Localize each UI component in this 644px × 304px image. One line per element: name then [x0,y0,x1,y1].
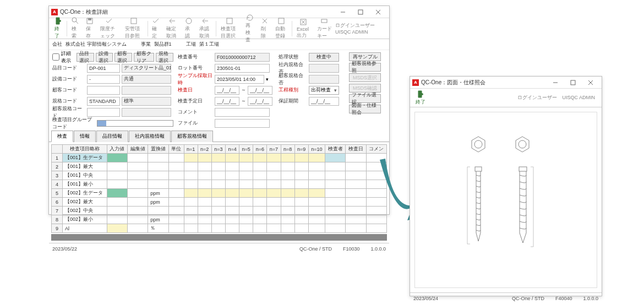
inspect-date-to[interactable]: __/__/__ [248,86,272,95]
tab-inspect[interactable]: 検査 [51,131,73,142]
status-badge: 検査中 [309,53,339,62]
itemsel-button[interactable]: 検査項目選択 [217,16,242,41]
plan-date-from[interactable]: __/__/__ [215,97,239,106]
comment-input[interactable] [215,108,270,117]
svg-rect-14 [519,167,527,171]
device-code-input[interactable]: - [87,75,120,84]
custspec-input[interactable] [87,108,120,117]
tab-info[interactable]: 情報 [74,131,96,142]
reinspect-button[interactable]: 再検査 [242,13,258,45]
lot-no-input[interactable]: 230501-01 [215,64,270,73]
sub-exit-button[interactable]: 終了 [412,89,429,107]
spec-code-input[interactable]: STANDARD [87,97,120,106]
device-select-button[interactable]: 設備選択 [96,53,113,62]
tab-iteminfo[interactable]: 品目情報 [96,131,128,142]
grid-header: 検査者 [325,145,346,154]
sub-minimize-button[interactable] [547,77,564,88]
grid-header: n=9 [294,145,308,154]
table-row[interactable]: 3【001】中央 [52,171,387,180]
grid-area: 検査項目略称入力値編集値置換値単位n=1n=2n=3n=4n=5n=6n=7n=… [49,142,389,243]
sub-titlebar: A QC-One：図面・仕様照会 [410,77,602,89]
table-row[interactable]: 1【001】生データ [52,154,387,162]
toolbar: 終了 検索 保存 限度チェック 安管項目参照 確定 確定取消 承認 承認取消 検… [49,18,389,39]
store-button[interactable]: 保存 [83,16,97,41]
grid-header [52,145,63,154]
drawing-ref-button[interactable]: 図面・仕様照会 [349,105,381,113]
grid-header: n=6 [253,145,267,154]
grid-header: n=2 [198,145,211,154]
svg-point-1 [72,18,77,22]
table-row[interactable]: 9Al％ [52,224,387,233]
sub-maximize-button[interactable] [564,77,582,88]
table-row[interactable]: 4【001】最小 [52,180,387,189]
customer-clear-button[interactable]: 顧客クリア [134,53,154,62]
delete-button[interactable]: 削除 [258,16,272,41]
detail-toggle[interactable] [52,53,59,61]
undo2-button[interactable]: 承認取消 [196,16,215,41]
svg-rect-8 [571,80,575,85]
warranty-input[interactable]: __/__/__ [309,97,339,106]
spec-select-button[interactable]: 規格選択 [156,53,173,62]
item-select-button[interactable]: 品目選択 [77,53,94,62]
svg-rect-7 [321,19,327,23]
grid-header: 単位 [168,145,184,154]
autoreg-button[interactable]: 自動登録 [272,16,291,41]
window-title: QC-One：検査詳細 [60,8,334,16]
limit-button[interactable]: 限度チェック [97,16,122,41]
approve-button[interactable]: 承認 [182,16,196,41]
inspection-grid[interactable]: 検査項目略称入力値編集値置換値単位n=1n=2n=3n=4n=5n=6n=7n=… [51,144,387,233]
statusbar: 2023/05/22 QC-One / STD F10030 1.0.0.0 [49,243,389,254]
confirm-button[interactable]: 確定 [149,16,163,41]
tab-bar: 検査 情報 品目情報 社内規格情報 顧客規格情報 [49,130,389,142]
excel-button[interactable]: Excel出力 [293,17,313,40]
inspect-date-from[interactable]: __/__/__ [215,86,239,95]
label-group-code: 検査項目グループコード [52,116,95,131]
sample-datetime-input[interactable]: 2023/05/01 14:00 [215,75,264,84]
minimize-button[interactable] [334,7,352,18]
file-input[interactable] [215,119,270,128]
sub-close-button[interactable] [582,77,599,88]
grid-header: 置換値 [148,145,168,154]
drawing-viewer[interactable] [414,112,597,288]
detail-panel: 詳細表示 品目選択 設備選択 顧客選択 顧客クリア 規格選択 品目コードDP-0… [49,50,389,130]
grid-header: n=3 [211,145,225,154]
grid-header: n=10 [308,145,325,154]
internal-result [309,64,339,73]
search-button[interactable]: 検索 [68,16,83,41]
custspec-ref-button[interactable]: 顧客規格参照 [349,63,381,72]
close-button[interactable] [369,7,387,18]
table-row[interactable]: 2【001】最大 [52,162,387,171]
process-type-select[interactable]: 出荷検査 [309,86,339,95]
inspection-no: F0010000000712 [215,53,270,62]
sub-window-title: QC-One：図面・仕様照会 [421,79,547,86]
table-row[interactable]: 7【002】中央 [52,207,387,215]
table-row[interactable]: 8【002】最小ppm [52,215,387,224]
table-row[interactable]: 6【002】最大ppm [52,198,387,207]
tab-custspec[interactable]: 顧客規格情報 [171,131,213,142]
calendar-icon[interactable]: ▾ [266,77,269,82]
safeitem-button[interactable]: 安管項目参照 [122,16,146,41]
exit-button[interactable]: 終了 [51,16,66,41]
grid-header: n=1 [184,145,198,154]
grid-header: 編集値 [128,145,148,154]
undo1-button[interactable]: 確定取消 [163,16,182,41]
grid-header: n=7 [267,145,281,154]
svg-rect-5 [279,18,284,24]
grid-header: 検査日 [346,145,366,154]
msds-select-button[interactable]: MSDS選択 [349,73,381,82]
tab-intspec[interactable]: 社内規格情報 [129,131,171,142]
customer-code-input[interactable] [87,86,120,95]
customer-select-button[interactable]: 顧客選択 [114,53,132,62]
svg-rect-4 [227,18,232,24]
svg-rect-13 [475,167,482,171]
app-icon: A [51,9,58,15]
table-row[interactable]: 5【002】生データppm [52,189,387,198]
card-button[interactable]: カードキー [314,16,336,41]
grid-header: 検査項目略称 [63,145,107,154]
sub-window: A QC-One：図面・仕様照会 終了 ログインユーザー UISQC ADMIN [410,76,602,296]
scrollbar[interactable] [51,234,387,241]
plan-date-to[interactable]: __/__/__ [248,97,272,106]
maximize-button[interactable] [352,7,369,18]
item-code-input[interactable]: DP-001 [87,64,120,73]
svg-point-10 [474,140,482,148]
